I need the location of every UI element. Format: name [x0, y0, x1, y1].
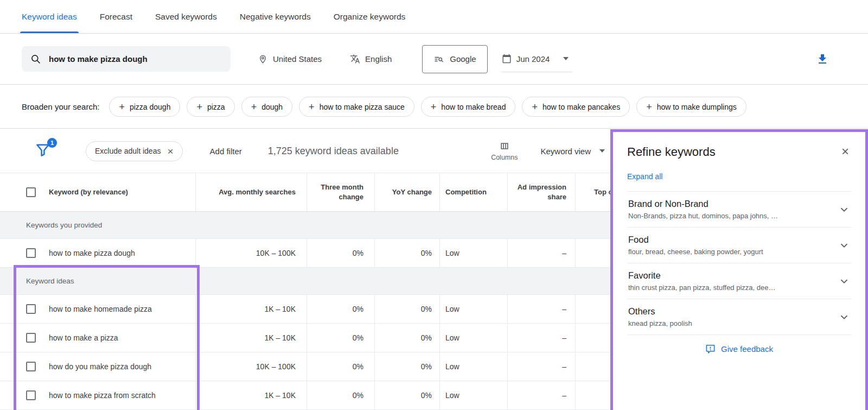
- plus-icon: [196, 102, 202, 112]
- chevron-down-icon[interactable]: [838, 275, 850, 287]
- header-yoy-change: YoY change: [374, 173, 439, 211]
- location-label: United States: [273, 54, 322, 64]
- broaden-chip[interactable]: how to make pancakes: [522, 97, 630, 117]
- network-label: Google: [450, 54, 476, 64]
- searches-cell: 1K – 10K: [195, 295, 307, 323]
- keyword-ideas-count: 1,725 keyword ideas available: [268, 146, 399, 157]
- plus-icon: [251, 102, 257, 112]
- plus-icon: [119, 102, 125, 112]
- row-checkbox[interactable]: [26, 390, 36, 400]
- competition-cell: Low: [439, 295, 507, 323]
- download-button[interactable]: [816, 53, 829, 66]
- tab[interactable]: Negative keywords: [240, 0, 311, 33]
- date-range-label: Jun 2024: [516, 54, 550, 64]
- broaden-chip-label: how to make pizza sauce: [320, 103, 405, 111]
- exclude-adult-ideas-chip[interactable]: Exclude adult ideas: [86, 141, 183, 161]
- row-checkbox[interactable]: [26, 304, 36, 314]
- keyword-cell: how to make homemade pizza: [49, 305, 152, 313]
- expand-all-link[interactable]: Expand all: [627, 172, 662, 181]
- ad-impression-share-cell: –: [507, 239, 575, 267]
- search-icon: [30, 54, 41, 65]
- three-month-change-cell: 0%: [307, 352, 374, 381]
- filter-button[interactable]: 1: [35, 142, 53, 160]
- close-icon[interactable]: [839, 145, 851, 158]
- chevron-down-icon[interactable]: [838, 239, 850, 251]
- keyword-view-label: Keyword view: [540, 147, 591, 156]
- refine-group-name: Favorite: [628, 270, 775, 281]
- refine-group-list: Brand or Non-Brand Non-Brands, pizza hut…: [627, 192, 851, 335]
- row-checkbox[interactable]: [26, 248, 36, 258]
- broaden-chip[interactable]: pizza dough: [109, 97, 180, 117]
- competition-cell: Low: [439, 324, 507, 352]
- refine-group[interactable]: Brand or Non-Brand Non-Brands, pizza hut…: [627, 192, 851, 228]
- location-pin-icon: [258, 54, 268, 64]
- chevron-down-icon: [599, 149, 605, 153]
- yoy-change-cell: 0%: [374, 239, 439, 267]
- add-filter-button[interactable]: Add filter: [210, 147, 242, 156]
- header-ad-impression-share: Ad impression share: [507, 173, 575, 211]
- translate-icon: [350, 54, 360, 64]
- three-month-change-cell: 0%: [307, 295, 374, 323]
- competition-cell: Low: [439, 239, 507, 267]
- keyword-search-box[interactable]: [22, 46, 231, 72]
- location-selector[interactable]: United States: [258, 54, 322, 64]
- language-selector[interactable]: English: [350, 54, 392, 64]
- refine-group-examples: flour, bread, cheese, baking powder, yog…: [628, 248, 763, 256]
- close-icon[interactable]: [167, 146, 173, 156]
- broaden-chip[interactable]: how to make pizza sauce: [299, 97, 414, 117]
- tab[interactable]: Keyword ideas: [22, 0, 77, 33]
- broaden-chip-label: pizza dough: [130, 103, 171, 111]
- refine-group[interactable]: Others knead pizza, poolish: [627, 299, 851, 335]
- section-title: Keyword ideas: [26, 277, 74, 285]
- give-feedback-label: Give feedback: [721, 344, 773, 354]
- tab-label: Organize keywords: [334, 12, 406, 22]
- chevron-down-icon[interactable]: [838, 204, 850, 216]
- broaden-chip[interactable]: how to make dumplings: [636, 97, 746, 117]
- refine-group-name: Others: [628, 306, 692, 317]
- row-checkbox[interactable]: [26, 333, 36, 343]
- yoy-change-cell: 0%: [374, 381, 439, 409]
- yoy-change-cell: 0%: [374, 324, 439, 352]
- searches-cell: 1K – 10K: [195, 324, 307, 352]
- broaden-chip[interactable]: pizza: [187, 97, 234, 117]
- refine-group-examples: thin crust pizza, pan pizza, stuffed piz…: [628, 283, 775, 292]
- three-month-change-cell: 0%: [307, 239, 374, 267]
- refine-group[interactable]: Food flour, bread, cheese, baking powder…: [627, 228, 851, 263]
- row-checkbox[interactable]: [26, 362, 36, 371]
- exclude-chip-label: Exclude adult ideas: [95, 147, 161, 155]
- tab[interactable]: Organize keywords: [334, 0, 406, 33]
- yoy-change-cell: 0%: [374, 295, 439, 323]
- broaden-chip-label: how to make dumplings: [657, 103, 737, 111]
- network-selector[interactable]: Google: [422, 45, 487, 73]
- keyword-cell: how to make pizza dough: [49, 249, 135, 257]
- plus-icon: [646, 102, 652, 112]
- chevron-down-icon: [563, 57, 569, 60]
- keyword-cell: how to make pizza from scratch: [49, 391, 156, 400]
- columns-icon: [499, 141, 510, 152]
- broaden-chip-label: pizza: [207, 103, 225, 111]
- refine-group[interactable]: Favorite thin crust pizza, pan pizza, st…: [627, 263, 851, 299]
- select-all-checkbox[interactable]: [26, 187, 36, 197]
- search-controls-row: United States English Google Jun 2024: [0, 34, 868, 85]
- give-feedback-button[interactable]: Give feedback: [627, 344, 851, 354]
- broaden-chip[interactable]: how to make bread: [421, 97, 516, 117]
- tab-label: Keyword ideas: [22, 12, 77, 22]
- tab-label: Forecast: [100, 12, 132, 22]
- filter-count-badge: 1: [47, 138, 57, 148]
- keyword-cell: how to make a pizza: [49, 333, 118, 342]
- columns-button[interactable]: Columns: [491, 141, 518, 161]
- tab[interactable]: Saved keywords: [155, 0, 217, 33]
- search-network-icon: [433, 54, 444, 65]
- refine-group-name: Food: [628, 235, 763, 245]
- broaden-chip-label: how to make bread: [441, 103, 506, 111]
- keyword-view-selector[interactable]: Keyword view: [540, 147, 605, 156]
- search-input[interactable]: [49, 54, 222, 64]
- ad-impression-share-cell: –: [507, 381, 575, 409]
- broaden-chip-list: pizza dough pizza dough how to make pizz…: [109, 97, 746, 117]
- chevron-down-icon[interactable]: [838, 311, 850, 323]
- date-range-selector[interactable]: Jun 2024: [502, 46, 572, 72]
- three-month-change-cell: 0%: [307, 324, 374, 352]
- plus-icon: [309, 102, 315, 112]
- tab[interactable]: Forecast: [100, 0, 132, 33]
- broaden-chip[interactable]: dough: [241, 97, 292, 117]
